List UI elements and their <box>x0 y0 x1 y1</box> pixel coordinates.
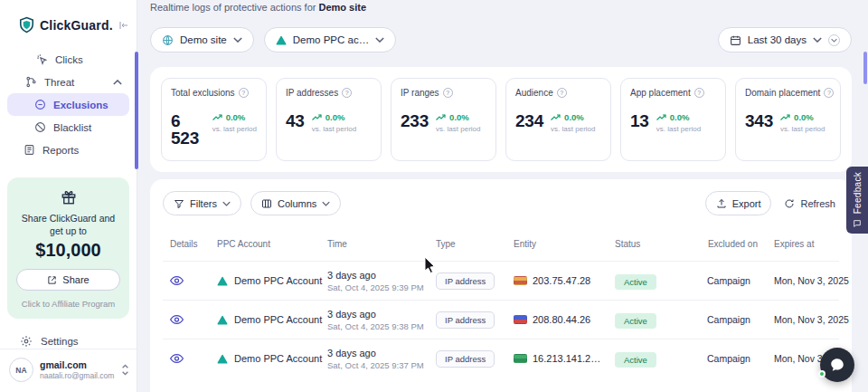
time-absolute: Sat, Oct 4, 2025 9:38 PM <box>327 321 429 331</box>
sidebar-item-settings[interactable]: Settings <box>0 333 137 349</box>
affiliate-promo-card: Share ClickGuard and get up to $10,000 S… <box>7 177 129 319</box>
refresh-button-label: Refresh <box>800 198 835 209</box>
refresh-button[interactable]: Refresh <box>780 198 839 209</box>
cursor-click-icon <box>36 53 48 65</box>
eye-icon[interactable] <box>170 314 210 325</box>
stat-label: Total exclusions <box>171 88 235 98</box>
stat-value: 43 <box>286 112 305 129</box>
feedback-label: Feedback <box>853 172 863 214</box>
subtitle-site-name: Demo site <box>318 2 366 13</box>
columns-button[interactable]: Columns <box>250 191 341 215</box>
trend-up-icon <box>551 114 561 121</box>
circle-chevron-icon[interactable] <box>828 34 840 46</box>
info-icon[interactable]: ? <box>694 88 704 98</box>
minus-circle-icon <box>34 99 46 110</box>
export-button[interactable]: Export <box>705 191 772 215</box>
sidebar-item-label: Exclusions <box>53 100 108 110</box>
ppc-account-name: Demo PPC Account <box>234 314 322 325</box>
time-absolute: Sat, Oct 4, 2025 9:37 PM <box>327 360 429 370</box>
collapse-sidebar-icon[interactable] <box>118 20 129 31</box>
chevron-down-icon <box>322 201 330 206</box>
sidebar-item-label: Threat <box>44 77 74 88</box>
eye-icon[interactable] <box>170 275 210 286</box>
sidebar: ClickGuard. Clicks Threat Exclusions <box>0 0 137 392</box>
info-icon[interactable]: ? <box>443 88 453 98</box>
stat-card-total-exclusions: Total exclusions? 6 523 0.0%vs. last per… <box>161 78 267 161</box>
type-badge: IP address <box>436 311 495 329</box>
table-row[interactable]: Demo PPC Account 3 days agoSat, Oct 4, 2… <box>163 261 839 300</box>
stat-label: App placement <box>630 88 691 98</box>
ppc-account-filter-dropdown[interactable]: Demo PPC ac… <box>264 27 396 53</box>
info-icon[interactable]: ? <box>824 88 834 98</box>
stat-card-audience: Audience? 234 0.0%vs. last period <box>505 78 611 161</box>
ppc-account-filter-value: Demo PPC ac… <box>293 34 369 45</box>
page-scrollbar[interactable] <box>863 52 867 84</box>
calendar-icon <box>730 34 741 46</box>
subtitle-prefix: Realtime logs of protective actions for <box>150 2 318 13</box>
column-header-expires-at: Expires at <box>767 239 839 249</box>
filters-button-label: Filters <box>190 198 217 209</box>
filters-button[interactable]: Filters <box>163 191 241 215</box>
site-filter-dropdown[interactable]: Demo site <box>150 27 254 53</box>
time-relative: 3 days ago <box>327 270 429 281</box>
main-content: Realtime logs of protective actions for … <box>138 0 868 392</box>
stat-value: 6 523 <box>171 112 205 147</box>
date-range-value: Last 30 days <box>748 34 807 45</box>
stat-period: vs. last period <box>436 125 480 133</box>
share-button-label: Share <box>62 274 89 285</box>
chevron-up-icon <box>113 80 122 85</box>
export-button-label: Export <box>732 198 761 209</box>
entity-value: 203.75.47.28 <box>533 275 590 286</box>
stat-period: vs. last period <box>551 125 595 133</box>
stat-label: IP addresses <box>286 88 338 98</box>
stat-period: vs. last period <box>656 125 701 133</box>
date-range-dropdown[interactable]: Last 30 days <box>718 27 852 53</box>
stat-period: vs. last period <box>312 125 356 133</box>
stat-label: Audience <box>515 88 553 98</box>
sidebar-scrollbar[interactable] <box>135 52 138 169</box>
stat-value: 13 <box>630 112 649 129</box>
sidebar-item-clicks[interactable]: Clicks <box>7 48 129 71</box>
stat-delta: 0.0% <box>564 112 584 122</box>
share-button[interactable]: Share <box>16 269 120 291</box>
table-row[interactable]: Demo PPC Account 3 days agoSat, Oct 4, 2… <box>163 300 839 339</box>
trend-up-icon <box>656 114 667 121</box>
info-icon[interactable]: ? <box>239 88 249 98</box>
column-header-ppc-account: PPC Account <box>210 239 320 249</box>
chat-launcher-button[interactable] <box>820 348 854 382</box>
share-icon <box>47 275 57 285</box>
expires-at-value: Mon, Nov 3, 2025 <box>767 275 839 286</box>
trend-up-icon <box>780 114 791 121</box>
online-status-dot <box>818 370 826 378</box>
sidebar-item-reports[interactable]: Reports <box>7 139 129 161</box>
feedback-tab[interactable]: Feedback <box>846 167 868 234</box>
column-header-type: Type <box>429 239 506 249</box>
sidebar-item-exclusions[interactable]: Exclusions <box>7 93 129 116</box>
info-icon[interactable]: ? <box>557 88 567 98</box>
expires-at-value: Mon, Nov 3, 2025 <box>767 314 839 325</box>
info-icon[interactable]: ? <box>342 88 352 98</box>
filter-bar: Demo site Demo PPC ac… Last 30 days <box>150 27 852 53</box>
sidebar-item-label: Blacklist <box>53 122 91 133</box>
trend-up-icon <box>312 114 323 121</box>
affiliate-program-link[interactable]: Click to Affiliate Program <box>16 299 120 309</box>
sidebar-item-threat[interactable]: Threat <box>7 71 129 93</box>
avatar: NA <box>9 358 33 382</box>
settings-label: Settings <box>41 336 79 347</box>
country-flag-icon <box>514 276 527 285</box>
country-flag-icon <box>514 354 527 363</box>
stat-label: IP ranges <box>401 88 439 98</box>
logo-row: ClickGuard. <box>0 0 137 44</box>
sidebar-item-blacklist[interactable]: Blacklist <box>7 116 129 139</box>
user-meta: gmail.com naatali.ro@gmail.com <box>40 359 114 380</box>
table-row[interactable]: Demo PPC Account 3 days agoSat, Oct 4, 2… <box>163 339 839 378</box>
stat-delta: 0.0% <box>449 112 469 122</box>
sidebar-item-label: Clicks <box>55 54 83 65</box>
user-account-switcher[interactable]: NA gmail.com naatali.ro@gmail.com <box>0 349 137 392</box>
google-ads-triangle-icon <box>217 354 228 364</box>
eye-icon[interactable] <box>170 353 210 364</box>
chevron-down-icon <box>233 37 242 43</box>
stat-label: Domain placement <box>745 88 820 98</box>
table-toolbar: Filters Columns Export <box>163 191 839 215</box>
excluded-on-value: Campaign <box>700 353 767 364</box>
